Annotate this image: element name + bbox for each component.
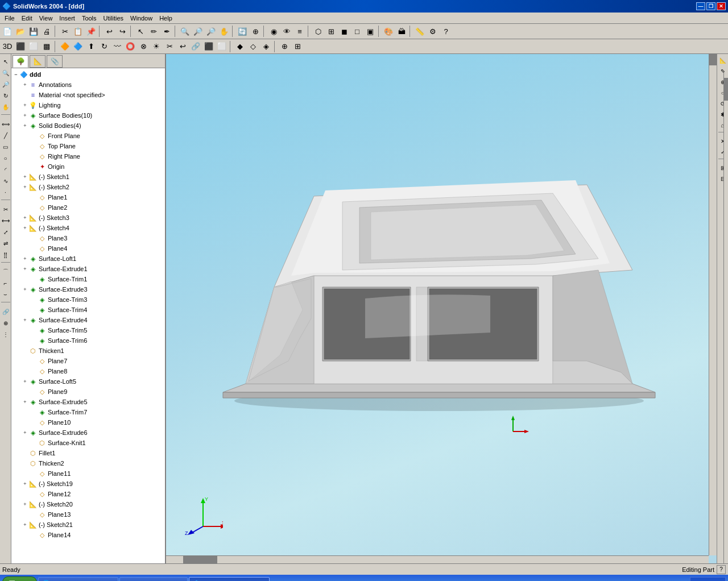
close-button[interactable]: ✕ [717, 2, 726, 10]
tool-snap-icon[interactable]: ⊕ [1, 318, 11, 328]
tb-surface-revolve[interactable]: ↻ [98, 40, 110, 53]
expand-annotations[interactable]: + [22, 81, 28, 88]
tree-item-sketch4[interactable]: + 📐 (-) Sketch4 [11, 223, 165, 233]
tool-rect[interactable]: ▭ [1, 142, 11, 152]
tool-more[interactable]: ⋮ [1, 329, 11, 339]
tree-item-plane13[interactable]: ◇ Plane13 [11, 509, 165, 520]
tree-item-annotations[interactable]: + ≡ Annotations [11, 80, 165, 90]
tool-extend[interactable]: ⟷ [1, 215, 11, 226]
tb-view-orient[interactable]: ⬡ [312, 25, 324, 38]
tool-circle[interactable]: ○ [1, 153, 11, 163]
tree-item-plane3[interactable]: ◇ Plane3 [11, 233, 165, 243]
tb-render[interactable]: 🎨 [382, 25, 395, 38]
tb-help-toolbar[interactable]: ? [440, 25, 452, 38]
tb-surfaces[interactable]: 🔶 [59, 40, 71, 53]
tb-new[interactable]: 📄 [1, 25, 14, 38]
tb-wireframe[interactable]: □ [351, 25, 363, 38]
tb-surface-knit[interactable]: 🔗 [189, 40, 202, 53]
minimize-button[interactable]: — [696, 2, 705, 10]
tree-item-plane7[interactable]: ◇ Plane7 [11, 356, 165, 366]
tb-save[interactable]: 💾 [27, 25, 40, 38]
tool-trim[interactable]: ✂ [1, 204, 11, 214]
tree-item-plane12[interactable]: ◇ Plane12 [11, 489, 165, 499]
tree-item-top-plane[interactable]: ◇ Top Plane [11, 141, 165, 151]
tree-item-sketch2[interactable]: + 📐 (-) Sketch2 [11, 182, 165, 192]
menu-help[interactable]: Help [156, 14, 176, 23]
tree-item-surface-bodies[interactable]: + ◈ Surface Bodies(10) [11, 110, 165, 121]
tree-item-sketch21[interactable]: + 📐 (-) Sketch21 [11, 520, 165, 530]
tree-item-sketch19[interactable]: + 📐 (-) Sketch19 [11, 479, 165, 489]
tb-zoom-to-fit[interactable]: 🔍 [179, 25, 191, 38]
tb-thicken2[interactable]: ⬜ [216, 40, 228, 53]
viewport[interactable]: Y X Z [166, 54, 717, 563]
tool-zoom-area[interactable]: 🔍 [1, 68, 11, 78]
taskbar-item-0[interactable]: 🌐 Чили: шансов на сп... [38, 577, 118, 581]
tool-sketch-fillet[interactable]: ⌣ [1, 289, 11, 300]
tb-surface-fill[interactable]: 🔷 [72, 40, 84, 53]
start-button[interactable]: ⊞ start [2, 576, 37, 581]
tb-lines[interactable]: ≡ [293, 25, 306, 38]
tree-item-sketch3[interactable]: + 📐 (-) Sketch3 [11, 213, 165, 223]
tb-display-style[interactable]: ◉ [267, 25, 280, 38]
tb-snap[interactable]: ⊕ [278, 40, 291, 53]
menu-window[interactable]: Window [127, 14, 156, 23]
tb-3d-view[interactable]: 3D [1, 40, 14, 53]
title-controls[interactable]: — ❐ ✕ [696, 2, 726, 10]
menu-view[interactable]: View [36, 14, 56, 23]
hscroll-thumb[interactable] [183, 556, 217, 563]
tree-item-surface-extrude5[interactable]: + ◈ Surface-Extrude5 [11, 397, 165, 407]
tree-item-sketch1[interactable]: + 📐 (-) Sketch1 [11, 172, 165, 182]
expand-surface-extrude1[interactable]: + [22, 265, 28, 272]
tb-hidden-lines[interactable]: ▣ [364, 25, 377, 38]
tree-item-plane8[interactable]: ◇ Plane8 [11, 366, 165, 376]
tb-right-view[interactable]: ▩ [40, 40, 53, 53]
help-status-button[interactable]: ? [717, 565, 726, 574]
tb-select[interactable]: ↖ [134, 25, 147, 38]
tree-item-plane2[interactable]: ◇ Plane2 [11, 202, 165, 213]
vscroll-thumb[interactable] [709, 54, 717, 65]
tb-rotate[interactable]: 🔄 [236, 25, 249, 38]
tree-item-surface-trim3[interactable]: ◈ Surface-Trim3 [11, 294, 165, 305]
menu-file[interactable]: File [1, 14, 18, 23]
taskbar-item-2[interactable]: 🔷 SolidWorks 2004 - [d... [189, 577, 270, 581]
tree-item-surface-extrude1[interactable]: + ◈ Surface-Extrude1 [11, 264, 165, 274]
tool-zoom-dynamic[interactable]: 🔎 [1, 79, 11, 89]
tree-item-surface-trim5[interactable]: ◈ Surface-Trim5 [11, 325, 165, 335]
tree-item-plane11[interactable]: ◇ Plane11 [11, 468, 165, 479]
tree-item-surface-trim7[interactable]: ◈ Surface-Trim7 [11, 407, 165, 417]
tb-redo[interactable]: ↪ [116, 25, 129, 38]
tb-sketch[interactable]: ✏ [147, 25, 160, 38]
restore-button[interactable]: ❐ [706, 2, 715, 10]
tb-surface-loft[interactable]: ⭕ [124, 40, 136, 53]
expand-surface-extrude5[interactable]: + [22, 399, 28, 405]
tb-print[interactable]: 🖨 [40, 25, 53, 38]
tb-scene[interactable]: 🏔 [395, 25, 408, 38]
expand-sketch3[interactable]: + [22, 214, 28, 221]
expand-sketch4[interactable]: + [22, 225, 28, 231]
tool-point[interactable]: · [1, 187, 11, 197]
tree-item-surface-extrude3[interactable]: + ◈ Surface-Extrude3 [11, 284, 165, 294]
tb-properties[interactable]: ⚙ [427, 25, 439, 38]
expand-solid-bodies[interactable]: + [22, 122, 28, 129]
tb-thicken[interactable]: ⬛ [202, 40, 215, 53]
tb-paste[interactable]: 📌 [85, 25, 97, 38]
tree-item-front-plane[interactable]: ◇ Front Plane [11, 131, 165, 141]
tool-rotate[interactable]: ↻ [1, 90, 11, 101]
tree-item-plane4[interactable]: ◇ Plane4 [11, 243, 165, 254]
tool-spline[interactable]: ∿ [1, 176, 11, 186]
tree-item-solid-bodies[interactable]: + ◈ Solid Bodies(4) [11, 121, 165, 131]
tree-item-surface-trim1[interactable]: ◈ Surface-Trim1 [11, 274, 165, 284]
tree-item-plane1[interactable]: ◇ Plane1 [11, 192, 165, 202]
tb-measure[interactable]: 📏 [413, 25, 426, 38]
tb-shaded[interactable]: ◼ [338, 25, 350, 38]
menu-utilities[interactable]: Utilities [100, 14, 127, 23]
expand-surface-loft5[interactable]: + [22, 378, 28, 385]
tb-front-view[interactable]: ⬛ [14, 40, 27, 53]
expand-root[interactable]: − [13, 71, 19, 78]
viewport-scrollbar-v[interactable] [709, 54, 717, 555]
tool-mirror[interactable]: ⇌ [1, 238, 11, 248]
tree-item-plane10[interactable]: ◇ Plane10 [11, 417, 165, 428]
tb-iso-view[interactable]: ◆ [234, 40, 246, 53]
tool-smart-dim[interactable]: ⟺ [1, 119, 11, 129]
tool-chamfer[interactable]: ⌐ [1, 278, 11, 288]
